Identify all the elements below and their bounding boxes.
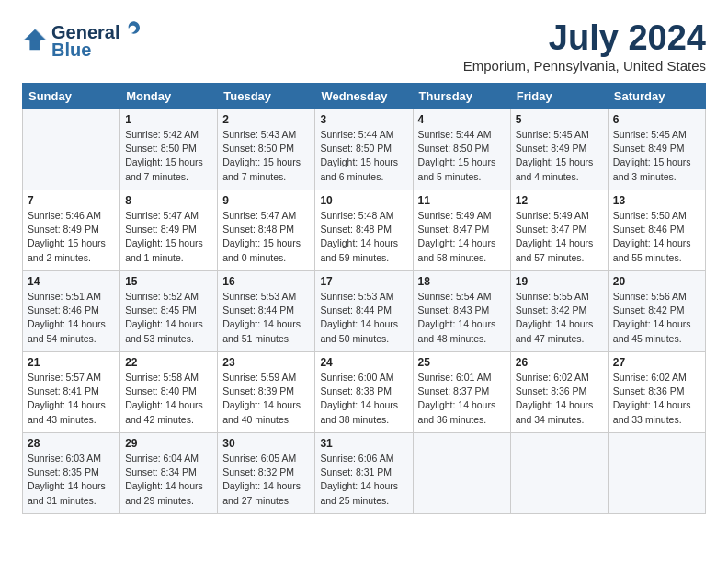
day-number: 27 [613,356,700,369]
calendar-cell: 9Sunrise: 5:47 AM Sunset: 8:48 PM Daylig… [218,190,315,271]
day-number: 8 [125,194,212,207]
calendar-cell: 19Sunrise: 5:55 AM Sunset: 8:42 PM Dayli… [510,271,608,352]
logo-bird-icon [121,18,142,39]
day-number: 28 [28,437,115,450]
logo: General Blue [22,18,143,61]
day-info: Sunrise: 6:05 AM Sunset: 8:32 PM Dayligh… [222,452,310,508]
day-info: Sunrise: 5:54 AM Sunset: 8:43 PM Dayligh… [418,290,506,346]
calendar-cell: 15Sunrise: 5:52 AM Sunset: 8:45 PM Dayli… [120,271,218,352]
calendar-cell: 2Sunrise: 5:43 AM Sunset: 8:50 PM Daylig… [218,109,315,190]
location-subtitle: Emporium, Pennsylvania, United States [463,58,706,74]
day-number: 5 [516,113,603,126]
calendar-cell: 4Sunrise: 5:44 AM Sunset: 8:50 PM Daylig… [413,109,510,190]
day-info: Sunrise: 5:42 AM Sunset: 8:50 PM Dayligh… [125,128,212,184]
calendar-header-row: SundayMondayTuesdayWednesdayThursdayFrid… [23,84,706,109]
day-info: Sunrise: 6:01 AM Sunset: 8:37 PM Dayligh… [418,371,506,427]
calendar-cell: 5Sunrise: 5:45 AM Sunset: 8:49 PM Daylig… [510,109,608,190]
calendar-cell: 29Sunrise: 6:04 AM Sunset: 8:34 PM Dayli… [120,433,218,514]
day-number: 14 [28,275,115,288]
day-number: 18 [418,275,506,288]
day-info: Sunrise: 5:56 AM Sunset: 8:42 PM Dayligh… [613,290,700,346]
day-number: 23 [222,356,310,369]
day-info: Sunrise: 5:47 AM Sunset: 8:49 PM Dayligh… [125,209,212,265]
calendar-cell [510,433,608,514]
calendar-cell: 31Sunrise: 6:06 AM Sunset: 8:31 PM Dayli… [315,433,413,514]
calendar-cell: 16Sunrise: 5:53 AM Sunset: 8:44 PM Dayli… [218,271,315,352]
calendar-week-row: 21Sunrise: 5:57 AM Sunset: 8:41 PM Dayli… [23,352,706,433]
page-header: General Blue July 2024 Emporium, Pennsyl… [22,18,706,74]
title-block: July 2024 Emporium, Pennsylvania, United… [463,18,706,74]
day-number: 24 [320,356,407,369]
day-info: Sunrise: 6:06 AM Sunset: 8:31 PM Dayligh… [320,452,407,508]
day-number: 29 [125,437,212,450]
day-info: Sunrise: 5:51 AM Sunset: 8:46 PM Dayligh… [28,290,115,346]
calendar-cell: 14Sunrise: 5:51 AM Sunset: 8:46 PM Dayli… [23,271,120,352]
calendar-week-row: 14Sunrise: 5:51 AM Sunset: 8:46 PM Dayli… [23,271,706,352]
calendar-week-row: 28Sunrise: 6:03 AM Sunset: 8:35 PM Dayli… [23,433,706,514]
calendar-week-row: 1Sunrise: 5:42 AM Sunset: 8:50 PM Daylig… [23,109,706,190]
day-info: Sunrise: 5:52 AM Sunset: 8:45 PM Dayligh… [125,290,212,346]
calendar-cell: 20Sunrise: 5:56 AM Sunset: 8:42 PM Dayli… [608,271,705,352]
day-info: Sunrise: 5:45 AM Sunset: 8:49 PM Dayligh… [516,128,603,184]
calendar-table: SundayMondayTuesdayWednesdayThursdayFrid… [22,83,706,514]
calendar-cell [608,433,705,514]
month-title: July 2024 [463,18,706,58]
day-number: 2 [222,113,310,126]
day-info: Sunrise: 5:44 AM Sunset: 8:50 PM Dayligh… [418,128,506,184]
day-number: 12 [516,194,603,207]
day-number: 19 [516,275,603,288]
day-number: 4 [418,113,506,126]
day-info: Sunrise: 6:00 AM Sunset: 8:38 PM Dayligh… [320,371,407,427]
calendar-cell: 26Sunrise: 6:02 AM Sunset: 8:36 PM Dayli… [510,352,608,433]
calendar-week-row: 7Sunrise: 5:46 AM Sunset: 8:49 PM Daylig… [23,190,706,271]
day-info: Sunrise: 5:47 AM Sunset: 8:48 PM Dayligh… [222,209,310,265]
day-info: Sunrise: 5:53 AM Sunset: 8:44 PM Dayligh… [222,290,310,346]
day-info: Sunrise: 6:04 AM Sunset: 8:34 PM Dayligh… [125,452,212,508]
day-number: 17 [320,275,407,288]
day-info: Sunrise: 5:59 AM Sunset: 8:39 PM Dayligh… [222,371,310,427]
day-info: Sunrise: 6:02 AM Sunset: 8:36 PM Dayligh… [613,371,700,427]
day-number: 30 [222,437,310,450]
calendar-cell: 25Sunrise: 6:01 AM Sunset: 8:37 PM Dayli… [413,352,510,433]
day-info: Sunrise: 5:53 AM Sunset: 8:44 PM Dayligh… [320,290,407,346]
day-info: Sunrise: 5:43 AM Sunset: 8:50 PM Dayligh… [222,128,310,184]
calendar-cell [413,433,510,514]
day-number: 6 [613,113,700,126]
day-info: Sunrise: 5:44 AM Sunset: 8:50 PM Dayligh… [320,128,407,184]
calendar-cell: 22Sunrise: 5:58 AM Sunset: 8:40 PM Dayli… [120,352,218,433]
calendar-cell: 12Sunrise: 5:49 AM Sunset: 8:47 PM Dayli… [510,190,608,271]
day-number: 20 [613,275,700,288]
calendar-cell: 18Sunrise: 5:54 AM Sunset: 8:43 PM Dayli… [413,271,510,352]
day-info: Sunrise: 6:02 AM Sunset: 8:36 PM Dayligh… [516,371,603,427]
day-info: Sunrise: 5:48 AM Sunset: 8:48 PM Dayligh… [320,209,407,265]
svg-marker-2 [23,29,46,41]
calendar-cell: 13Sunrise: 5:50 AM Sunset: 8:46 PM Dayli… [608,190,705,271]
calendar-cell: 21Sunrise: 5:57 AM Sunset: 8:41 PM Dayli… [23,352,120,433]
calendar-cell: 27Sunrise: 6:02 AM Sunset: 8:36 PM Dayli… [608,352,705,433]
calendar-cell: 10Sunrise: 5:48 AM Sunset: 8:48 PM Dayli… [315,190,413,271]
day-number: 10 [320,194,407,207]
day-info: Sunrise: 5:57 AM Sunset: 8:41 PM Dayligh… [28,371,115,427]
calendar-cell: 28Sunrise: 6:03 AM Sunset: 8:35 PM Dayli… [23,433,120,514]
day-info: Sunrise: 5:45 AM Sunset: 8:49 PM Dayligh… [613,128,700,184]
day-info: Sunrise: 5:49 AM Sunset: 8:47 PM Dayligh… [418,209,506,265]
day-number: 26 [516,356,603,369]
day-number: 15 [125,275,212,288]
day-number: 16 [222,275,310,288]
day-info: Sunrise: 5:50 AM Sunset: 8:46 PM Dayligh… [613,209,700,265]
calendar-cell: 11Sunrise: 5:49 AM Sunset: 8:47 PM Dayli… [413,190,510,271]
weekday-header-monday: Monday [120,84,218,109]
weekday-header-wednesday: Wednesday [315,84,413,109]
calendar-cell: 17Sunrise: 5:53 AM Sunset: 8:44 PM Dayli… [315,271,413,352]
day-number: 7 [28,194,115,207]
calendar-cell: 30Sunrise: 6:05 AM Sunset: 8:32 PM Dayli… [218,433,315,514]
day-number: 22 [125,356,212,369]
day-number: 21 [28,356,115,369]
weekday-header-saturday: Saturday [608,84,705,109]
day-number: 11 [418,194,506,207]
day-number: 1 [125,113,212,126]
day-number: 13 [613,194,700,207]
day-number: 31 [320,437,407,450]
weekday-header-thursday: Thursday [413,84,510,109]
weekday-header-friday: Friday [510,84,608,109]
